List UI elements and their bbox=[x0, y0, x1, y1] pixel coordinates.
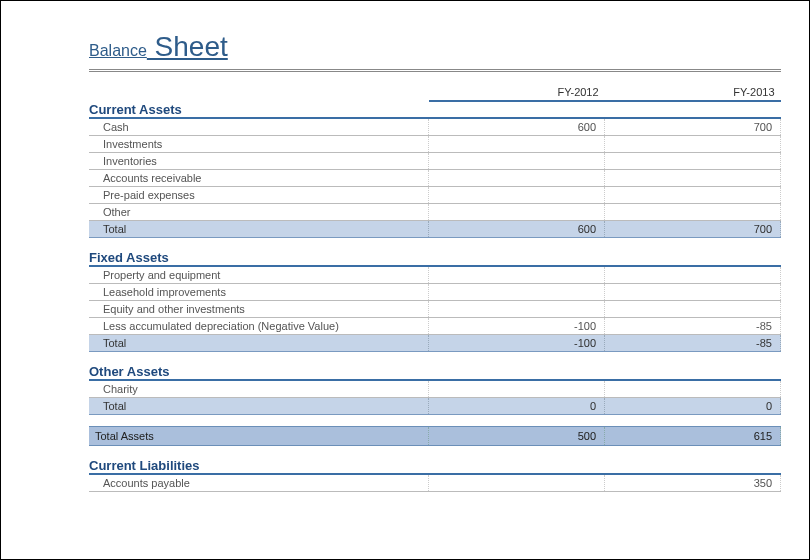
cell-value bbox=[429, 135, 605, 152]
cell-value bbox=[429, 474, 605, 491]
total-label: Total bbox=[89, 220, 429, 237]
cell-value bbox=[605, 186, 781, 203]
row-label: Equity and other investments bbox=[89, 300, 429, 317]
page-title: Balance Sheet bbox=[89, 31, 784, 63]
cell-value: 700 bbox=[605, 118, 781, 135]
cell-value bbox=[429, 380, 605, 397]
cell-value bbox=[429, 283, 605, 300]
cell-value bbox=[429, 152, 605, 169]
cell-value: -85 bbox=[605, 317, 781, 334]
cell-value bbox=[605, 203, 781, 220]
row-label: Accounts payable bbox=[89, 474, 429, 491]
year-header-row: FY-2012 FY-2013 bbox=[89, 84, 781, 101]
total-assets-row: Total Assets 500 615 bbox=[89, 426, 781, 445]
section-heading-other-assets: Other Assets bbox=[89, 363, 781, 380]
total-label: Total bbox=[89, 397, 429, 414]
section-heading-fixed-assets: Fixed Assets bbox=[89, 249, 781, 266]
row-label: Less accumulated depreciation (Negative … bbox=[89, 317, 429, 334]
total-label: Total bbox=[89, 334, 429, 351]
table-row: Inventories bbox=[89, 152, 781, 169]
table-row: Cash 600 700 bbox=[89, 118, 781, 135]
row-label: Leasehold improvements bbox=[89, 283, 429, 300]
cell-value: -100 bbox=[429, 317, 605, 334]
table-row: Accounts receivable bbox=[89, 169, 781, 186]
title-rule bbox=[89, 69, 781, 72]
cell-value bbox=[605, 135, 781, 152]
cell-value bbox=[605, 152, 781, 169]
grand-total-value: 615 bbox=[605, 426, 781, 445]
total-value: 600 bbox=[429, 220, 605, 237]
total-value: 0 bbox=[429, 397, 605, 414]
grand-total-label: Total Assets bbox=[89, 426, 429, 445]
table-row: Equity and other investments bbox=[89, 300, 781, 317]
year-1: FY-2012 bbox=[429, 84, 605, 101]
section-total-row: Total 0 0 bbox=[89, 397, 781, 414]
cell-value bbox=[605, 283, 781, 300]
row-label: Cash bbox=[89, 118, 429, 135]
table-row: Investments bbox=[89, 135, 781, 152]
table-row: Accounts payable 350 bbox=[89, 474, 781, 491]
cell-value bbox=[429, 169, 605, 186]
title-small: Balance bbox=[89, 42, 147, 59]
cell-value bbox=[605, 169, 781, 186]
row-label: Pre-paid expenses bbox=[89, 186, 429, 203]
row-label: Investments bbox=[89, 135, 429, 152]
table-row: Charity bbox=[89, 380, 781, 397]
section-total-row: Total -100 -85 bbox=[89, 334, 781, 351]
balance-sheet-table: FY-2012 FY-2013 Current Assets Cash 600 … bbox=[89, 84, 781, 492]
cell-value bbox=[429, 203, 605, 220]
row-label: Inventories bbox=[89, 152, 429, 169]
section-heading-current-liabilities: Current Liabilities bbox=[89, 457, 781, 474]
cell-value: 600 bbox=[429, 118, 605, 135]
row-label: Accounts receivable bbox=[89, 169, 429, 186]
cell-value bbox=[429, 186, 605, 203]
section-total-row: Total 600 700 bbox=[89, 220, 781, 237]
cell-value: 350 bbox=[605, 474, 781, 491]
cell-value bbox=[605, 300, 781, 317]
total-value: 0 bbox=[605, 397, 781, 414]
cell-value bbox=[605, 380, 781, 397]
row-label: Charity bbox=[89, 380, 429, 397]
balance-sheet-page: Balance Sheet FY-2012 FY-2013 Current As… bbox=[1, 1, 809, 492]
table-row: Property and equipment bbox=[89, 266, 781, 283]
section-heading-current-assets: Current Assets bbox=[89, 101, 781, 118]
cell-value bbox=[429, 300, 605, 317]
total-value: -85 bbox=[605, 334, 781, 351]
total-value: -100 bbox=[429, 334, 605, 351]
row-label: Other bbox=[89, 203, 429, 220]
year-2: FY-2013 bbox=[605, 84, 781, 101]
grand-total-value: 500 bbox=[429, 426, 605, 445]
total-value: 700 bbox=[605, 220, 781, 237]
table-row: Other bbox=[89, 203, 781, 220]
table-row: Pre-paid expenses bbox=[89, 186, 781, 203]
table-row: Less accumulated depreciation (Negative … bbox=[89, 317, 781, 334]
cell-value bbox=[605, 266, 781, 283]
table-row: Leasehold improvements bbox=[89, 283, 781, 300]
row-label: Property and equipment bbox=[89, 266, 429, 283]
title-large: Sheet bbox=[147, 31, 228, 62]
cell-value bbox=[429, 266, 605, 283]
